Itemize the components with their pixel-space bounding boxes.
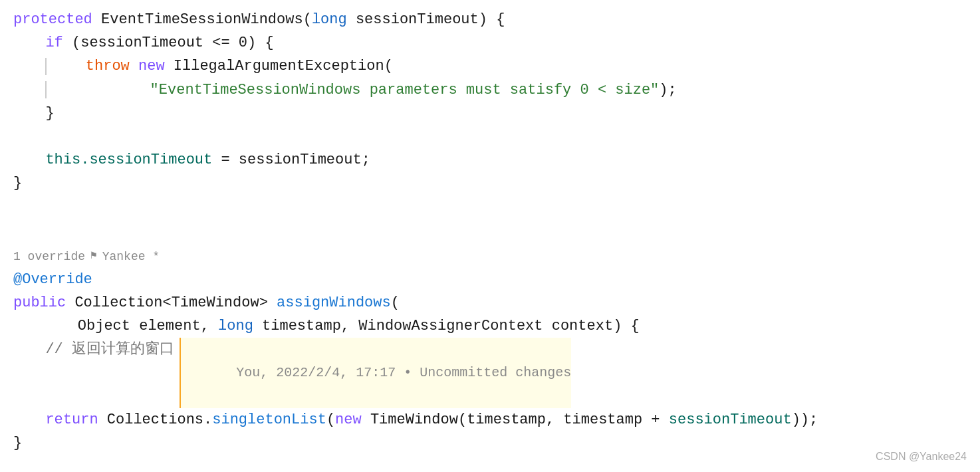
code-line-empty-2 bbox=[13, 195, 967, 219]
code-line-16: } bbox=[13, 431, 967, 455]
keyword-new2: new bbox=[335, 408, 362, 431]
field-sessiontimeout: sessionTimeout bbox=[669, 408, 792, 431]
author-name: Yankee * bbox=[102, 247, 160, 267]
code-line-3: throw new IllegalArgumentException( bbox=[13, 55, 967, 78]
code-line-15: return Collections. singletonList ( new … bbox=[13, 408, 967, 431]
method-assignwindows: assignWindows bbox=[277, 291, 391, 314]
code-text: Collections. bbox=[98, 408, 213, 431]
vertical-bar-icon bbox=[45, 58, 47, 75]
code-line-2: if (sessionTimeout <= 0) { bbox=[13, 31, 967, 55]
meta-override-line: 1 override ⚑ Yankee * bbox=[13, 247, 967, 267]
csdn-text: CSDN @Yankee24 bbox=[876, 451, 967, 462]
code-line-empty-3 bbox=[13, 219, 967, 242]
code-text: ); bbox=[659, 78, 676, 102]
code-text: TimeWindow(timestamp, timestamp + bbox=[362, 408, 669, 431]
code-text: timestamp, WindowAssignerContext context… bbox=[253, 314, 640, 338]
code-text: Object element, bbox=[78, 314, 218, 338]
person-icon: ⚑ bbox=[90, 248, 97, 265]
keyword-new: new bbox=[138, 55, 165, 78]
field-this: this.sessionTimeout bbox=[45, 148, 212, 172]
code-line-4: "EventTimeSessionWindows parameters must… bbox=[13, 78, 967, 102]
code-line-12: public Collection<TimeWindow> assignWind… bbox=[13, 291, 967, 314]
code-text: sessionTimeout) { bbox=[347, 8, 505, 31]
code-line-8: } bbox=[13, 172, 967, 195]
code-text: } bbox=[13, 431, 22, 455]
code-line-1: protected EventTimeSessionWindows( long … bbox=[13, 8, 967, 31]
keyword-protected: protected bbox=[13, 8, 92, 31]
code-text: ( bbox=[391, 291, 400, 314]
code-line-13: Object element, long timestamp, WindowAs… bbox=[13, 314, 967, 338]
keyword-throw: throw bbox=[86, 55, 130, 78]
keyword-return: return bbox=[45, 408, 98, 431]
vertical-bar-icon bbox=[45, 81, 47, 98]
annotation-override: @Override bbox=[13, 268, 92, 291]
keyword-public: public bbox=[13, 291, 66, 314]
code-line-11: @Override bbox=[13, 268, 967, 291]
code-text: (sessionTimeout <= 0) { bbox=[63, 31, 274, 55]
keyword-long: long bbox=[312, 8, 347, 31]
code-text bbox=[130, 55, 138, 78]
keyword-if: if bbox=[45, 31, 62, 55]
git-annotation: You, 2022/2/4, 17:17 • Uncommitted chang… bbox=[180, 338, 571, 408]
code-text: IllegalArgumentException( bbox=[165, 55, 393, 78]
code-line-7: this.sessionTimeout = sessionTimeout; bbox=[13, 148, 967, 172]
code-line-empty-1 bbox=[13, 125, 967, 148]
code-text: EventTimeSessionWindows( bbox=[92, 8, 312, 31]
keyword-long2: long bbox=[218, 314, 253, 338]
override-count: 1 override bbox=[13, 247, 85, 267]
comment-text: // 返回计算的窗口 bbox=[45, 338, 174, 361]
git-annotation-text: You, 2022/2/4, 17:17 • Uncommitted chang… bbox=[236, 365, 571, 380]
code-line-5: } bbox=[13, 102, 967, 125]
string-literal: "EventTimeSessionWindows parameters must… bbox=[150, 78, 660, 102]
code-text: Collection<TimeWindow> bbox=[66, 291, 277, 314]
code-text: = sessionTimeout; bbox=[212, 148, 370, 172]
code-container: protected EventTimeSessionWindows( long … bbox=[0, 0, 980, 472]
code-line-14: // 返回计算的窗口 You, 2022/2/4, 17:17 • Uncomm… bbox=[13, 338, 967, 408]
code-text: )); bbox=[792, 408, 818, 431]
method-singletonlist: singletonList bbox=[212, 408, 326, 431]
code-text: } bbox=[13, 172, 22, 195]
code-text: ( bbox=[326, 408, 335, 431]
code-text: } bbox=[45, 102, 54, 125]
csdn-footer: CSDN @Yankee24 bbox=[876, 448, 967, 465]
